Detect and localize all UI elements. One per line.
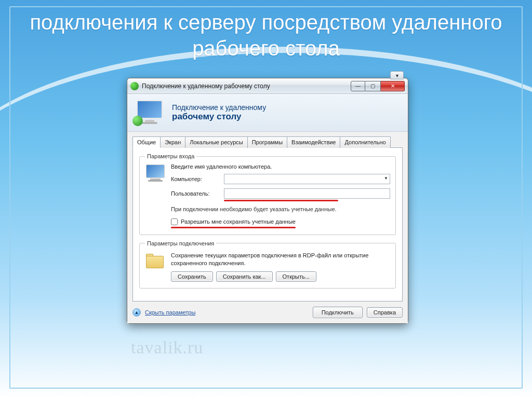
tab-strip: Общие Экран Локальные ресурсы Программы … <box>132 136 403 147</box>
titlebar[interactable]: Подключение к удаленному рабочему столу … <box>127 78 408 94</box>
login-legend: Параметры входа <box>145 153 196 159</box>
folder-icon <box>145 253 166 273</box>
user-label: Пользователь: <box>171 190 220 197</box>
connect-button[interactable]: Подключить <box>313 307 363 318</box>
save-credentials-checkbox[interactable] <box>171 218 178 225</box>
computer-icon <box>145 164 166 185</box>
app-icon <box>130 82 139 90</box>
help-button[interactable]: Справка <box>367 307 403 318</box>
header-line1: Подключение к удаленному <box>172 103 266 112</box>
tab-general[interactable]: Общие <box>132 136 161 148</box>
minimize-icon: — <box>355 83 361 89</box>
window-controls: — ▢ ✕ <box>351 81 405 91</box>
close-icon: ✕ <box>391 83 395 89</box>
tab-local-resources[interactable]: Локальные ресурсы <box>185 136 247 148</box>
watermark-text: tavalik.ru <box>131 338 203 358</box>
dialog-header-text: Подключение к удаленному рабочему столу <box>172 103 266 122</box>
chevron-down-icon: ▾ <box>396 73 398 78</box>
titlebar-dropdown-button[interactable]: ▾ <box>390 71 404 79</box>
hide-options-label: Скрыть параметры <box>145 309 195 315</box>
login-settings-group: Параметры входа Введите имя удаленного к… <box>139 153 396 235</box>
rdp-dialog-window: ▾ Подключение к удаленному рабочему стол… <box>127 78 408 324</box>
hide-options-link[interactable]: Скрыть параметры <box>145 309 195 315</box>
tab-advanced[interactable]: Дополнительно <box>340 136 390 148</box>
dialog-footer: ▲ Скрыть параметры Подключить Справка <box>132 307 403 318</box>
save-as-button[interactable]: Сохранить как... <box>216 271 273 282</box>
maximize-icon: ▢ <box>370 83 375 89</box>
client-area: Общие Экран Локальные ресурсы Программы … <box>127 132 408 323</box>
highlight-underline-user <box>224 200 338 201</box>
remote-desktop-icon <box>135 100 165 125</box>
close-button[interactable]: ✕ <box>381 81 405 91</box>
collapse-options-icon[interactable]: ▲ <box>132 308 141 317</box>
tab-programs[interactable]: Программы <box>248 136 287 148</box>
header-line2: рабочему столу <box>172 112 266 122</box>
maximize-button[interactable]: ▢ <box>365 81 381 91</box>
connection-legend: Параметры подключения <box>145 240 216 246</box>
slide-title: подключения к серверу посредством удален… <box>0 9 532 61</box>
login-hint: Введите имя удаленного компьютера. <box>171 163 390 170</box>
connection-description: Сохранение текущих параметров подключени… <box>171 252 390 267</box>
dialog-header: Подключение к удаленному рабочему столу <box>127 94 408 132</box>
user-input[interactable] <box>224 188 390 199</box>
tab-experience[interactable]: Взаимодействие <box>287 136 340 148</box>
minimize-button[interactable]: — <box>351 81 365 91</box>
computer-label: Компьютер: <box>171 176 220 182</box>
tab-display[interactable]: Экран <box>161 136 185 148</box>
tab-panel-general: Параметры входа Введите имя удаленного к… <box>132 147 403 301</box>
open-button[interactable]: Открыть... <box>276 271 316 282</box>
save-button[interactable]: Сохранить <box>171 271 213 282</box>
connection-settings-group: Параметры подключения Сохранение текущих… <box>139 240 396 289</box>
computer-input[interactable] <box>224 174 390 184</box>
highlight-underline-checkbox <box>171 227 296 228</box>
computer-dropdown-arrow-icon[interactable]: ▼ <box>383 175 389 181</box>
credentials-note: При подключении необходимо будет указать… <box>171 205 390 213</box>
save-credentials-label: Разрешить мне сохранять учетные данные <box>181 218 296 225</box>
window-title: Подключение к удаленному рабочему столу <box>142 83 270 90</box>
